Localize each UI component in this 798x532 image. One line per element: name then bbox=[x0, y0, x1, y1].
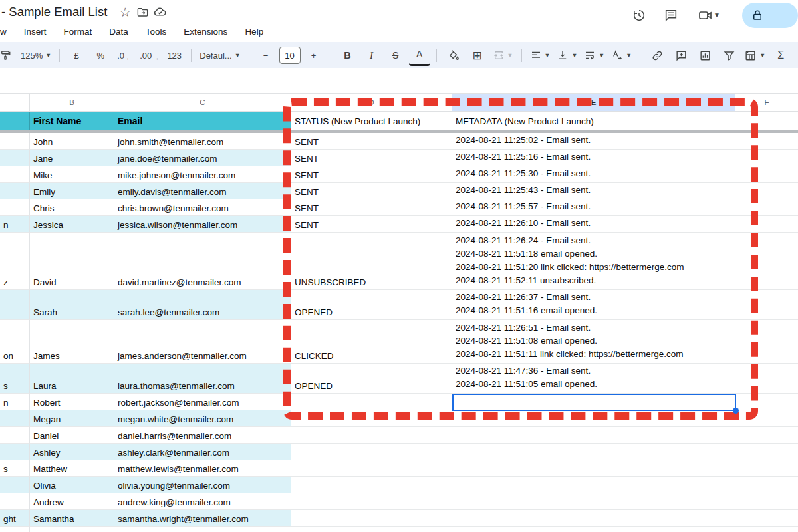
cell-first-name[interactable]: Emily bbox=[30, 183, 114, 200]
currency-format-button[interactable]: £ bbox=[66, 46, 87, 65]
insert-comment-button[interactable] bbox=[670, 46, 692, 65]
cell-status[interactable] bbox=[291, 460, 452, 477]
cell-a1[interactable] bbox=[0, 112, 30, 130]
cell-status[interactable] bbox=[291, 427, 452, 444]
functions-button[interactable]: Σ bbox=[770, 46, 791, 65]
cell-metadata[interactable] bbox=[452, 493, 735, 510]
cell-status[interactable] bbox=[291, 477, 452, 493]
cell-empty[interactable] bbox=[735, 460, 798, 477]
cell-first-name[interactable]: Megan bbox=[30, 410, 114, 427]
cell-empty[interactable] bbox=[735, 444, 798, 460]
cell-email[interactable]: samantha.wright@tenmailer.com bbox=[114, 510, 291, 527]
cell-f1[interactable] bbox=[735, 112, 798, 130]
menu-item-extensions[interactable]: Extensions bbox=[184, 27, 227, 37]
cell-empty[interactable] bbox=[735, 216, 798, 233]
cell-last-name-fragment[interactable] bbox=[0, 166, 30, 183]
cell-first-name[interactable]: Laura bbox=[30, 364, 114, 394]
cell-status[interactable] bbox=[291, 493, 452, 510]
selected-cell-outline[interactable] bbox=[452, 394, 736, 411]
cell-empty[interactable] bbox=[0, 527, 30, 532]
cell-last-name-fragment[interactable]: ght bbox=[0, 510, 30, 527]
cell-empty[interactable] bbox=[735, 394, 798, 410]
cell-status[interactable] bbox=[291, 394, 452, 410]
cell-first-name[interactable]: Andrew bbox=[30, 493, 114, 510]
cell-empty[interactable] bbox=[735, 200, 798, 216]
bold-button[interactable]: B bbox=[337, 46, 358, 65]
horizontal-align-button[interactable]: ▼ bbox=[528, 46, 553, 65]
cell-metadata[interactable]: 2024-08-21 11:25:43 - Email sent. bbox=[452, 183, 735, 200]
cell-status[interactable] bbox=[291, 444, 452, 460]
cell-last-name-fragment[interactable] bbox=[0, 493, 30, 510]
cell-metadata[interactable] bbox=[452, 510, 735, 527]
cell-email[interactable]: john.smith@tenmailer.com bbox=[114, 133, 291, 150]
cell-last-name-fragment[interactable]: s bbox=[0, 364, 30, 394]
merge-cells-button[interactable]: ▼ bbox=[491, 46, 515, 65]
fill-handle[interactable] bbox=[733, 408, 739, 414]
cell-email[interactable]: david.martinez@tenmailer.com bbox=[114, 233, 291, 290]
cell-last-name-fragment[interactable] bbox=[0, 444, 30, 460]
column-header-a-partial[interactable] bbox=[0, 94, 30, 112]
cell-first-name[interactable]: Samantha bbox=[30, 510, 114, 527]
cell-empty[interactable] bbox=[735, 410, 798, 427]
decrease-decimal-button[interactable]: .0← bbox=[114, 46, 135, 65]
cell-email[interactable]: matthew.lewis@tenmailer.com bbox=[114, 460, 291, 477]
cell-empty[interactable] bbox=[735, 320, 798, 364]
cell-metadata[interactable] bbox=[452, 427, 735, 444]
cell-metadata[interactable]: 2024-08-21 11:47:36 - Email sent.2024-08… bbox=[452, 364, 735, 394]
cell-metadata[interactable]: 2024-08-21 11:26:51 - Email sent.2024-08… bbox=[452, 320, 735, 364]
number-format-button[interactable]: 123 bbox=[164, 46, 185, 65]
cell-last-name-fragment[interactable] bbox=[0, 183, 30, 200]
font-select[interactable]: Defaul... ▼ bbox=[198, 46, 242, 65]
font-size-input[interactable]: 10 bbox=[279, 47, 301, 64]
cell-email[interactable]: andrew.king@tenmailer.com bbox=[114, 493, 291, 510]
cell-first-name[interactable]: Daniel bbox=[30, 427, 114, 444]
cell-status[interactable]: SENT bbox=[291, 200, 452, 216]
cell-status[interactable]: SENT bbox=[291, 166, 452, 183]
cell-first-name-header[interactable]: First Name bbox=[30, 112, 114, 130]
column-header-c[interactable]: C bbox=[114, 94, 291, 112]
cell-metadata[interactable] bbox=[452, 460, 735, 477]
cell-last-name-fragment[interactable]: s bbox=[0, 460, 30, 477]
meet-button[interactable]: ▼ bbox=[694, 7, 724, 24]
cell-status[interactable] bbox=[291, 410, 452, 427]
cell-status[interactable]: SENT bbox=[291, 150, 452, 166]
cell-status[interactable]: CLICKED bbox=[291, 320, 452, 364]
cell-email[interactable]: laura.thomas@tenmailer.com bbox=[114, 364, 291, 394]
text-color-button[interactable]: A bbox=[409, 45, 430, 66]
cell-empty[interactable] bbox=[30, 527, 114, 532]
cell-metadata[interactable] bbox=[452, 444, 735, 460]
fill-color-button[interactable] bbox=[443, 46, 464, 65]
cell-metadata[interactable]: 2024-08-21 11:25:02 - Email sent. bbox=[452, 133, 735, 150]
cell-email[interactable]: emily.davis@tenmailer.com bbox=[114, 183, 291, 200]
cell-empty[interactable] bbox=[735, 233, 798, 290]
cell-last-name-fragment[interactable]: n bbox=[0, 394, 30, 410]
cell-email[interactable]: robert.jackson@tenmailer.com bbox=[114, 394, 291, 410]
cell-first-name[interactable]: Chris bbox=[30, 200, 114, 216]
cell-status-header[interactable]: STATUS (New Product Launch) bbox=[291, 112, 452, 130]
cloud-save-status[interactable] bbox=[151, 3, 168, 21]
cell-last-name-fragment[interactable] bbox=[0, 150, 30, 166]
cell-first-name[interactable]: Matthew bbox=[30, 460, 114, 477]
insert-chart-button[interactable] bbox=[694, 46, 716, 65]
cell-email[interactable]: jessica.wilson@tenmailer.com bbox=[114, 216, 291, 233]
cell-email[interactable]: ashley.clark@tenmailer.com bbox=[114, 444, 291, 460]
insert-link-button[interactable] bbox=[646, 46, 668, 65]
comments-button[interactable] bbox=[662, 7, 680, 24]
cell-last-name-fragment[interactable] bbox=[0, 410, 30, 427]
cell-last-name-fragment[interactable] bbox=[0, 477, 30, 493]
cell-metadata[interactable]: 2024-08-21 11:25:16 - Email sent. bbox=[452, 150, 735, 166]
cell-empty[interactable] bbox=[735, 510, 798, 527]
version-history-button[interactable] bbox=[630, 7, 648, 24]
cell-email[interactable]: sarah.lee@tenmailer.com bbox=[114, 290, 291, 320]
cell-empty[interactable] bbox=[735, 290, 798, 320]
cell-empty[interactable] bbox=[114, 527, 291, 532]
cell-first-name[interactable]: David bbox=[30, 233, 114, 290]
cell-first-name[interactable]: James bbox=[30, 320, 114, 364]
vertical-align-button[interactable]: ▼ bbox=[555, 46, 579, 65]
star-button[interactable]: ☆ bbox=[116, 3, 134, 21]
cell-empty[interactable] bbox=[735, 493, 798, 510]
cell-last-name-fragment[interactable] bbox=[0, 290, 30, 320]
text-rotation-button[interactable]: ▼ bbox=[609, 46, 634, 65]
cell-email[interactable]: daniel.harris@tenmailer.com bbox=[114, 427, 291, 444]
cell-first-name[interactable]: Jane bbox=[30, 150, 114, 166]
